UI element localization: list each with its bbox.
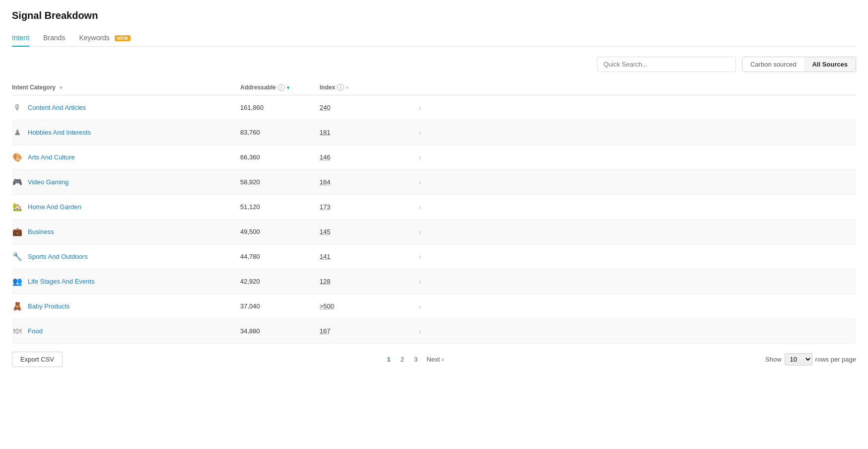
category-cell: 💼 Business <box>12 222 240 242</box>
page-title: Signal Breakdown <box>12 10 856 21</box>
row-expand-cell[interactable]: › <box>419 228 856 236</box>
next-page-button[interactable]: Next › <box>427 356 444 363</box>
chevron-right-icon[interactable]: › <box>419 253 421 261</box>
category-name[interactable]: Food <box>28 327 43 335</box>
category-cell: 🎮 Video Gaming <box>12 172 240 193</box>
tab-intent[interactable]: Intent <box>12 30 29 47</box>
index-value: 141 <box>320 253 419 260</box>
category-name[interactable]: Business <box>28 228 54 235</box>
rows-per-page-select[interactable]: 102550100 <box>785 353 812 366</box>
footer: Export CSV 123Next › Show 102550100 rows… <box>12 344 856 371</box>
col-header-category: Intent Category ▾ <box>12 84 240 91</box>
category-name[interactable]: Life Stages And Events <box>28 278 94 285</box>
category-icon: 🏡 <box>12 202 23 213</box>
table-row: 🎨 Arts And Culture 66,360 146 › <box>12 145 856 170</box>
index-value: 128 <box>320 278 419 285</box>
addressable-info-icon[interactable]: i <box>278 84 285 91</box>
addressable-value: 51,120 <box>240 203 320 211</box>
chevron-right-icon[interactable]: › <box>419 228 421 236</box>
row-expand-cell[interactable]: › <box>419 104 856 112</box>
category-name[interactable]: Sports And Outdoors <box>28 253 88 260</box>
carbon-sourced-button[interactable]: Carbon sourced <box>742 57 804 72</box>
chevron-right-icon[interactable]: › <box>419 153 421 161</box>
table-row: 👥 Life Stages And Events 42,920 128 › <box>12 269 856 294</box>
table-row: 🍽 Food 34,880 167 › <box>12 319 856 344</box>
category-icon: 🎮 <box>12 177 23 188</box>
col-header-addressable: Addressable i ▾ <box>240 84 320 91</box>
new-badge: NEW <box>115 35 131 41</box>
chevron-right-icon[interactable]: › <box>419 203 421 211</box>
row-expand-cell[interactable]: › <box>419 129 856 137</box>
chevron-right-icon[interactable]: › <box>419 278 421 286</box>
index-value: 240 <box>320 104 419 111</box>
category-icon: 🔧 <box>12 251 23 262</box>
row-expand-cell[interactable]: › <box>419 327 856 335</box>
page-number[interactable]: 3 <box>411 355 420 364</box>
category-icon: 💼 <box>12 226 23 237</box>
addressable-value: 66,360 <box>240 153 320 161</box>
category-name[interactable]: Arts And Culture <box>28 153 75 161</box>
addressable-value: 83,760 <box>240 129 320 136</box>
index-value: 181 <box>320 129 419 136</box>
chevron-right-icon[interactable]: › <box>419 302 421 310</box>
export-csv-button[interactable]: Export CSV <box>12 352 63 367</box>
rows-per-page: Show 102550100 rows per page <box>765 353 856 366</box>
category-name[interactable]: Home And Garden <box>28 203 81 211</box>
index-value: 173 <box>320 203 419 211</box>
category-cell: 🍽 Food <box>12 321 240 342</box>
category-cell: 🎨 Arts And Culture <box>12 147 240 168</box>
table-row: 🎙 Content And Articles 161,860 240 › <box>12 95 856 120</box>
category-cell: 🔧 Sports And Outdoors <box>12 246 240 267</box>
index-value: 145 <box>320 228 419 235</box>
category-name[interactable]: Baby Products <box>28 302 70 310</box>
chevron-right-icon[interactable]: › <box>419 178 421 186</box>
category-dropdown-icon[interactable]: ▾ <box>60 85 62 90</box>
index-value: 167 <box>320 327 419 335</box>
index-filter-icon[interactable]: ▾ <box>346 85 348 90</box>
chevron-right-icon[interactable]: › <box>419 327 421 335</box>
index-value: 146 <box>320 153 419 161</box>
col-header-index: Index i ▾ <box>320 84 419 91</box>
page-number[interactable]: 1 <box>384 355 394 364</box>
category-icon: 🍽 <box>12 326 23 337</box>
chevron-right-icon[interactable]: › <box>419 104 421 112</box>
search-input[interactable] <box>597 57 736 72</box>
category-icon: 👥 <box>12 276 23 287</box>
row-expand-cell[interactable]: › <box>419 278 856 286</box>
addressable-value: 37,040 <box>240 302 320 310</box>
category-name[interactable]: Video Gaming <box>28 178 68 186</box>
index-info-icon[interactable]: i <box>337 84 344 91</box>
table-row: 🏡 Home And Garden 51,120 173 › <box>12 195 856 220</box>
chevron-right-icon[interactable]: › <box>419 129 421 137</box>
table-row: 💼 Business 49,500 145 › <box>12 220 856 244</box>
addressable-sort-icon[interactable]: ▾ <box>287 85 289 90</box>
table-header: Intent Category ▾ Addressable i ▾ Index … <box>12 80 856 95</box>
tab-keywords[interactable]: Keywords NEW <box>79 30 131 47</box>
addressable-value: 161,860 <box>240 104 320 111</box>
table-body: 🎙 Content And Articles 161,860 240 › ♟ H… <box>12 95 856 344</box>
table-row: 🔧 Sports And Outdoors 44,780 141 › <box>12 244 856 269</box>
toolbar: Carbon sourced All Sources <box>12 57 856 72</box>
category-name[interactable]: Hobbies And Interests <box>28 129 91 136</box>
all-sources-button[interactable]: All Sources <box>804 57 856 72</box>
category-cell: 👥 Life Stages And Events <box>12 271 240 292</box>
index-value: 164 <box>320 178 419 186</box>
category-name[interactable]: Content And Articles <box>28 104 86 111</box>
row-expand-cell[interactable]: › <box>419 253 856 261</box>
category-icon: 🎙 <box>12 102 23 113</box>
tab-bar: Intent Brands Keywords NEW <box>12 29 856 47</box>
row-expand-cell[interactable]: › <box>419 302 856 310</box>
category-icon: 🧸 <box>12 301 23 312</box>
table-row: 🎮 Video Gaming 58,920 164 › <box>12 170 856 195</box>
row-expand-cell[interactable]: › <box>419 153 856 161</box>
addressable-value: 58,920 <box>240 178 320 186</box>
row-expand-cell[interactable]: › <box>419 203 856 211</box>
category-cell: 🏡 Home And Garden <box>12 197 240 218</box>
row-expand-cell[interactable]: › <box>419 178 856 186</box>
table-row: ♟ Hobbies And Interests 83,760 181 › <box>12 120 856 145</box>
page-number[interactable]: 2 <box>398 355 407 364</box>
category-cell: 🧸 Baby Products <box>12 296 240 317</box>
tab-brands[interactable]: Brands <box>43 30 65 47</box>
addressable-value: 49,500 <box>240 228 320 235</box>
table-row: 🧸 Baby Products 37,040 >500 › <box>12 294 856 319</box>
